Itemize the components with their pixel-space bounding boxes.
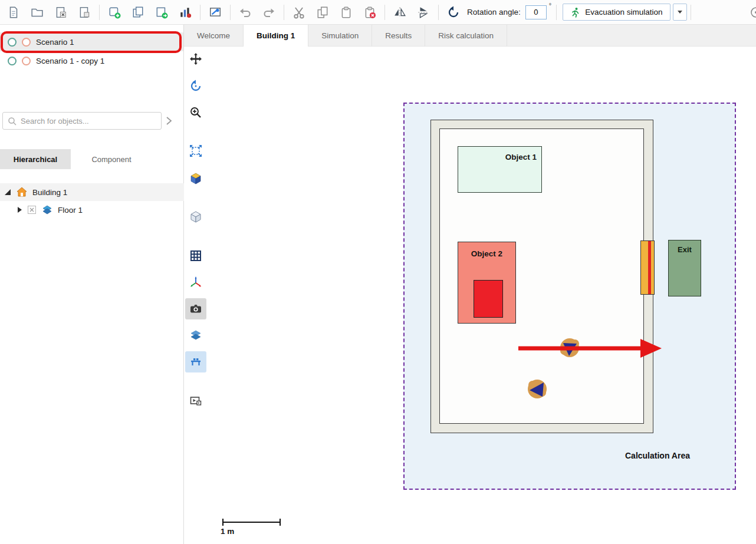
flip-vertical-button[interactable] [412, 3, 435, 22]
scenario-status-icon[interactable] [22, 38, 31, 47]
scale-label: 1 m [221, 527, 234, 536]
exit-zone[interactable]: Exit [668, 240, 701, 296]
copy-icon [316, 6, 329, 19]
tree-item-floor[interactable]: Floor 1 [0, 201, 184, 219]
tab-simulation[interactable]: Simulation [308, 25, 372, 47]
tab-welcome[interactable]: Welcome [184, 25, 244, 47]
object-2[interactable]: Object 2 [458, 242, 516, 324]
scenario-statistics-button[interactable] [174, 3, 196, 22]
floor-visibility-checkbox[interactable] [28, 206, 36, 214]
toolbar-separator [200, 5, 200, 20]
expander-closed-icon[interactable] [18, 207, 22, 213]
scenario-item-2[interactable]: Scenario 1 - copy 1 [0, 51, 183, 70]
paste-button[interactable] [335, 3, 357, 22]
tab-component[interactable]: Component [71, 149, 152, 169]
object-tree: Building 1 Floor 1 [0, 183, 184, 219]
scenario-status-icon[interactable] [8, 57, 17, 65]
floor-icon [42, 205, 52, 215]
viewport-capture-button[interactable] [204, 3, 226, 22]
checkbox-x-icon [28, 206, 36, 214]
toolbar-separator [99, 5, 100, 20]
add-scenario-icon [108, 6, 121, 19]
toolbar-separator [284, 5, 284, 20]
object-search[interactable] [2, 112, 162, 130]
chevron-down-icon [678, 11, 682, 14]
fit-view-icon [189, 144, 202, 157]
clipped-toolbar-button[interactable] [747, 3, 756, 22]
rotate-view-icon [189, 80, 202, 93]
object-2-label: Object 2 [458, 249, 515, 258]
open-folder-icon [31, 6, 44, 19]
floorplan-canvas[interactable]: Calculation Area Object 1 Object 2 Exit … [208, 47, 756, 544]
camera-snapshot-button[interactable] [185, 298, 206, 319]
scenario-item-1[interactable]: Scenario 1 [0, 32, 183, 51]
chevron-right-icon [165, 116, 172, 126]
evacuation-agent-1[interactable] [557, 335, 583, 361]
cut-button[interactable] [288, 3, 310, 22]
grid-icon [189, 249, 202, 262]
layers-button[interactable] [185, 325, 206, 346]
delete-button[interactable] [359, 3, 381, 22]
building-icon [17, 187, 27, 197]
search-expand-button[interactable] [165, 116, 172, 126]
grid-toggle-button[interactable] [185, 245, 206, 266]
evacuation-agent-2[interactable] [524, 376, 550, 402]
tab-building-1[interactable]: Building 1 [244, 25, 308, 47]
import-scenario-icon [155, 6, 168, 19]
search-input[interactable] [21, 117, 156, 126]
axes-toggle-button[interactable] [185, 272, 206, 293]
layers-icon [189, 329, 202, 342]
viewport-icon [209, 6, 222, 19]
expander-open-icon[interactable] [5, 189, 11, 195]
scenario-label: Scenario 1 - copy 1 [36, 57, 104, 65]
tab-results[interactable]: Results [372, 25, 425, 47]
new-project-button[interactable] [2, 3, 25, 22]
scenario-status-icon[interactable] [22, 57, 31, 65]
tree-item-building[interactable]: Building 1 [0, 183, 184, 201]
import-scenario-button[interactable] [150, 3, 173, 22]
evacuation-simulation-label: Evacuation simulation [585, 8, 662, 17]
copy-button[interactable] [311, 3, 334, 22]
rotate-tool-button[interactable] [442, 3, 465, 22]
object-2-source[interactable] [474, 280, 503, 318]
toolbar-separator [691, 5, 691, 20]
redo-button[interactable] [258, 3, 280, 22]
open-project-button[interactable] [26, 3, 48, 22]
tab-hierarchical[interactable]: Hierarchical [0, 149, 71, 169]
scenario-status-icon[interactable] [8, 38, 17, 47]
search-icon [8, 117, 17, 126]
scenario-panel: Scenario 1 Scenario 1 - copy 1 Hierarchi… [0, 25, 184, 544]
toolbar-separator [230, 5, 231, 20]
fit-view-button[interactable] [185, 140, 206, 161]
simulation-type-dropdown[interactable] [673, 4, 687, 21]
door[interactable] [640, 240, 655, 295]
calculation-area-label: Calculation Area [625, 451, 690, 460]
flip-horizontal-button[interactable] [389, 3, 411, 22]
toolbar-separator [438, 5, 439, 20]
tab-risk-calculation[interactable]: Risk calculation [425, 25, 507, 47]
pan-tool-button[interactable] [185, 48, 206, 70]
furniture-view-button[interactable] [185, 351, 206, 372]
rotation-angle-input[interactable] [525, 5, 547, 19]
duplicate-scenario-button[interactable] [127, 3, 149, 22]
save-document-icon [78, 6, 91, 19]
undo-button[interactable] [234, 3, 257, 22]
rotate-view-button[interactable] [185, 75, 206, 97]
wireframe-view-button[interactable] [185, 206, 206, 228]
add-scenario-button[interactable] [103, 3, 126, 22]
zoom-tool-button[interactable] [185, 102, 206, 123]
tree-view-tabs: Hierarchical Component [0, 149, 184, 169]
flip-vertical-icon [417, 6, 430, 19]
circle-icon [750, 6, 756, 19]
evacuation-simulation-button[interactable]: Evacuation simulation [563, 4, 670, 21]
axes-icon [189, 276, 202, 289]
close-project-button[interactable] [50, 3, 72, 22]
object-1[interactable]: Object 1 [458, 146, 542, 193]
degree-symbol: ° [549, 2, 551, 9]
animation-preview-button[interactable] [185, 391, 206, 412]
media-player-icon [189, 395, 202, 408]
save-project-button[interactable] [73, 3, 96, 22]
redo-icon [262, 6, 275, 19]
cube-3d-icon [189, 172, 202, 185]
view-3d-button[interactable] [185, 168, 206, 189]
